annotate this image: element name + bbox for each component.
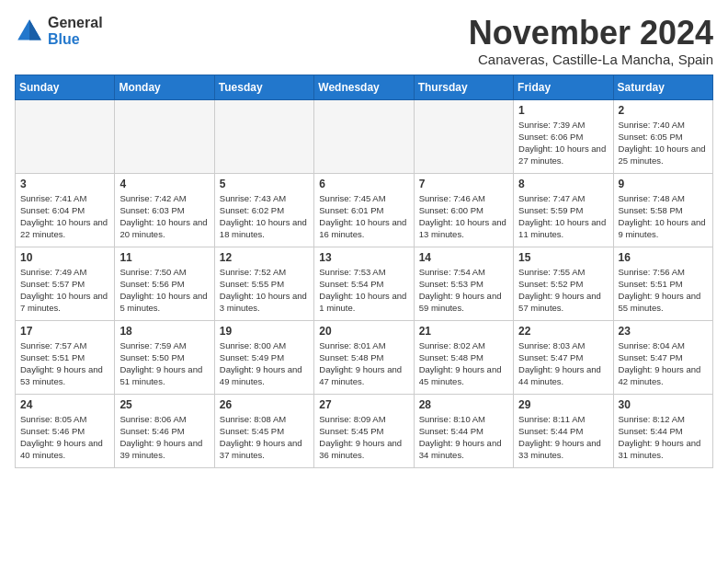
calendar-cell: 9Sunrise: 7:48 AM Sunset: 5:58 PM Daylig… bbox=[613, 173, 712, 247]
day-info: Sunrise: 7:42 AM Sunset: 6:03 PM Dayligh… bbox=[119, 192, 209, 241]
day-number: 13 bbox=[319, 251, 408, 264]
day-number: 4 bbox=[119, 178, 209, 190]
calendar-cell: 11Sunrise: 7:50 AM Sunset: 5:56 PM Dayli… bbox=[115, 247, 214, 320]
calendar-cell: 3Sunrise: 7:41 AM Sunset: 6:04 PM Daylig… bbox=[16, 173, 115, 247]
calendar-cell: 28Sunrise: 8:10 AM Sunset: 5:44 PM Dayli… bbox=[414, 394, 513, 467]
day-number: 29 bbox=[518, 398, 608, 411]
day-number: 2 bbox=[619, 104, 708, 117]
day-info: Sunrise: 8:08 AM Sunset: 5:45 PM Dayligh… bbox=[220, 413, 309, 462]
title-block: November 2024 Canaveras, Castille-La Man… bbox=[469, 15, 713, 67]
calendar-table: SundayMondayTuesdayWednesdayThursdayFrid… bbox=[15, 75, 713, 468]
day-info: Sunrise: 7:50 AM Sunset: 5:56 PM Dayligh… bbox=[119, 266, 209, 315]
day-number: 15 bbox=[518, 251, 608, 264]
calendar-cell: 7Sunrise: 7:46 AM Sunset: 6:00 PM Daylig… bbox=[414, 173, 513, 247]
day-info: Sunrise: 7:46 AM Sunset: 6:00 PM Dayligh… bbox=[419, 192, 508, 241]
calendar-cell: 21Sunrise: 8:02 AM Sunset: 5:48 PM Dayli… bbox=[414, 320, 513, 394]
day-info: Sunrise: 7:53 AM Sunset: 5:54 PM Dayligh… bbox=[319, 266, 408, 315]
day-info: Sunrise: 8:00 AM Sunset: 5:49 PM Dayligh… bbox=[220, 339, 309, 388]
calendar-cell: 26Sunrise: 8:08 AM Sunset: 5:45 PM Dayli… bbox=[214, 394, 313, 467]
calendar-cell: 16Sunrise: 7:56 AM Sunset: 5:51 PM Dayli… bbox=[613, 247, 712, 320]
day-info: Sunrise: 7:56 AM Sunset: 5:51 PM Dayligh… bbox=[619, 266, 708, 315]
day-info: Sunrise: 7:47 AM Sunset: 5:59 PM Dayligh… bbox=[518, 192, 608, 241]
calendar-cell: 24Sunrise: 8:05 AM Sunset: 5:46 PM Dayli… bbox=[16, 394, 115, 467]
day-number: 1 bbox=[518, 104, 608, 117]
calendar-cell: 27Sunrise: 8:09 AM Sunset: 5:45 PM Dayli… bbox=[314, 394, 414, 467]
calendar-cell: 17Sunrise: 7:57 AM Sunset: 5:51 PM Dayli… bbox=[16, 320, 115, 394]
calendar-cell: 25Sunrise: 8:06 AM Sunset: 5:46 PM Dayli… bbox=[115, 394, 214, 467]
calendar-cell: 12Sunrise: 7:52 AM Sunset: 5:55 PM Dayli… bbox=[214, 247, 313, 320]
day-number: 7 bbox=[419, 178, 508, 190]
calendar-cell: 8Sunrise: 7:47 AM Sunset: 5:59 PM Daylig… bbox=[514, 173, 613, 247]
day-number: 10 bbox=[20, 251, 109, 264]
day-number: 11 bbox=[119, 251, 209, 264]
logo-icon bbox=[15, 17, 44, 46]
day-number: 24 bbox=[20, 398, 109, 411]
day-info: Sunrise: 7:40 AM Sunset: 6:05 PM Dayligh… bbox=[619, 119, 708, 167]
calendar-cell: 2Sunrise: 7:40 AM Sunset: 6:05 PM Daylig… bbox=[613, 99, 712, 173]
day-number: 12 bbox=[220, 251, 309, 264]
weekday-header-monday: Monday bbox=[115, 75, 214, 99]
calendar-cell: 23Sunrise: 8:04 AM Sunset: 5:47 PM Dayli… bbox=[613, 320, 712, 394]
day-info: Sunrise: 8:11 AM Sunset: 5:44 PM Dayligh… bbox=[518, 413, 608, 462]
day-info: Sunrise: 8:06 AM Sunset: 5:46 PM Dayligh… bbox=[119, 413, 209, 462]
day-number: 25 bbox=[119, 398, 209, 411]
day-info: Sunrise: 7:57 AM Sunset: 5:51 PM Dayligh… bbox=[20, 339, 109, 388]
location-text: Canaveras, Castille-La Mancha, Spain bbox=[469, 52, 713, 67]
month-title: November 2024 bbox=[469, 15, 713, 52]
logo: General Blue bbox=[15, 15, 103, 47]
weekday-header-sunday: Sunday bbox=[16, 75, 115, 99]
day-number: 18 bbox=[119, 325, 209, 338]
calendar-cell bbox=[214, 99, 313, 173]
day-number: 6 bbox=[319, 178, 408, 190]
calendar-cell: 10Sunrise: 7:49 AM Sunset: 5:57 PM Dayli… bbox=[16, 247, 115, 320]
day-number: 17 bbox=[20, 325, 109, 338]
svg-marker-1 bbox=[29, 19, 41, 40]
calendar-cell: 5Sunrise: 7:43 AM Sunset: 6:02 PM Daylig… bbox=[214, 173, 313, 247]
calendar-week-row: 1Sunrise: 7:39 AM Sunset: 6:06 PM Daylig… bbox=[16, 99, 713, 173]
weekday-header-thursday: Thursday bbox=[414, 75, 513, 99]
day-info: Sunrise: 8:02 AM Sunset: 5:48 PM Dayligh… bbox=[419, 339, 508, 388]
day-info: Sunrise: 7:52 AM Sunset: 5:55 PM Dayligh… bbox=[220, 266, 309, 315]
day-info: Sunrise: 7:45 AM Sunset: 6:01 PM Dayligh… bbox=[319, 192, 408, 241]
calendar-cell: 30Sunrise: 8:12 AM Sunset: 5:44 PM Dayli… bbox=[613, 394, 712, 467]
calendar-cell: 14Sunrise: 7:54 AM Sunset: 5:53 PM Dayli… bbox=[414, 247, 513, 320]
calendar-cell: 6Sunrise: 7:45 AM Sunset: 6:01 PM Daylig… bbox=[314, 173, 414, 247]
day-number: 22 bbox=[518, 325, 608, 338]
day-info: Sunrise: 7:59 AM Sunset: 5:50 PM Dayligh… bbox=[119, 339, 209, 388]
calendar-cell bbox=[115, 99, 214, 173]
day-info: Sunrise: 8:12 AM Sunset: 5:44 PM Dayligh… bbox=[619, 413, 708, 462]
day-info: Sunrise: 7:43 AM Sunset: 6:02 PM Dayligh… bbox=[220, 192, 309, 241]
calendar-week-row: 10Sunrise: 7:49 AM Sunset: 5:57 PM Dayli… bbox=[16, 247, 713, 320]
calendar-cell: 20Sunrise: 8:01 AM Sunset: 5:48 PM Dayli… bbox=[314, 320, 414, 394]
calendar-cell: 19Sunrise: 8:00 AM Sunset: 5:49 PM Dayli… bbox=[214, 320, 313, 394]
day-info: Sunrise: 8:10 AM Sunset: 5:44 PM Dayligh… bbox=[419, 413, 508, 462]
day-number: 30 bbox=[619, 398, 708, 411]
day-number: 9 bbox=[619, 178, 708, 190]
calendar-cell: 22Sunrise: 8:03 AM Sunset: 5:47 PM Dayli… bbox=[514, 320, 613, 394]
day-info: Sunrise: 7:54 AM Sunset: 5:53 PM Dayligh… bbox=[419, 266, 508, 315]
calendar-cell bbox=[314, 99, 414, 173]
calendar-cell bbox=[16, 99, 115, 173]
day-number: 26 bbox=[220, 398, 309, 411]
weekday-header-friday: Friday bbox=[514, 75, 613, 99]
day-info: Sunrise: 8:03 AM Sunset: 5:47 PM Dayligh… bbox=[518, 339, 608, 388]
day-info: Sunrise: 7:55 AM Sunset: 5:52 PM Dayligh… bbox=[518, 266, 608, 315]
page-header: General Blue November 2024 Canaveras, Ca… bbox=[15, 15, 713, 67]
day-info: Sunrise: 8:01 AM Sunset: 5:48 PM Dayligh… bbox=[319, 339, 408, 388]
calendar-cell: 13Sunrise: 7:53 AM Sunset: 5:54 PM Dayli… bbox=[314, 247, 414, 320]
day-number: 19 bbox=[220, 325, 309, 338]
weekday-header-wednesday: Wednesday bbox=[314, 75, 414, 99]
weekday-header-row: SundayMondayTuesdayWednesdayThursdayFrid… bbox=[16, 75, 713, 99]
day-number: 28 bbox=[419, 398, 508, 411]
calendar-week-row: 17Sunrise: 7:57 AM Sunset: 5:51 PM Dayli… bbox=[16, 320, 713, 394]
day-number: 23 bbox=[619, 325, 708, 338]
day-number: 8 bbox=[518, 178, 608, 190]
calendar-cell: 18Sunrise: 7:59 AM Sunset: 5:50 PM Dayli… bbox=[115, 320, 214, 394]
day-number: 5 bbox=[220, 178, 309, 190]
calendar-cell: 4Sunrise: 7:42 AM Sunset: 6:03 PM Daylig… bbox=[115, 173, 214, 247]
calendar-week-row: 3Sunrise: 7:41 AM Sunset: 6:04 PM Daylig… bbox=[16, 173, 713, 247]
weekday-header-saturday: Saturday bbox=[613, 75, 712, 99]
calendar-cell: 15Sunrise: 7:55 AM Sunset: 5:52 PM Dayli… bbox=[514, 247, 613, 320]
day-info: Sunrise: 7:48 AM Sunset: 5:58 PM Dayligh… bbox=[619, 192, 708, 241]
logo-blue-text: Blue bbox=[48, 31, 103, 48]
